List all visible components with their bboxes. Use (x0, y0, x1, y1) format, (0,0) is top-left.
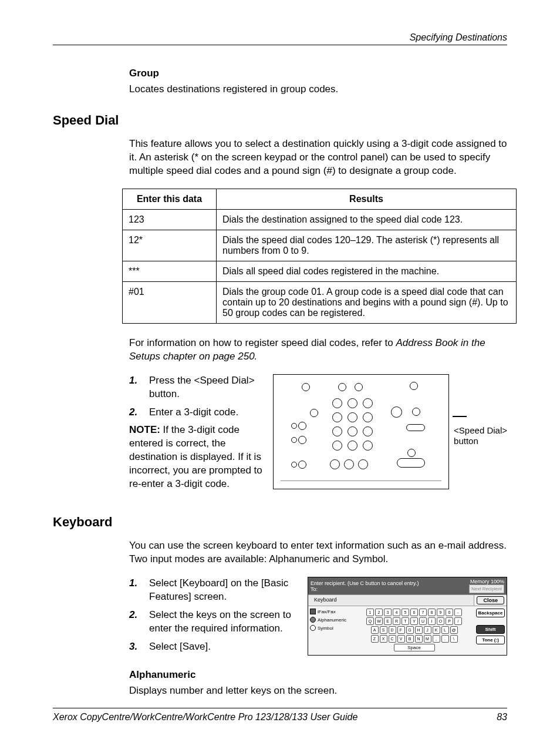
mode-ifax[interactable]: iFax/Fax (310, 609, 352, 614)
mode-label: Symbol (318, 626, 333, 631)
key[interactable]: S (380, 626, 387, 634)
speed-dial-callout: <Speed Dial> button (453, 425, 507, 448)
kbd-step-2: 2. Select the keys on the screen to ente… (129, 609, 302, 636)
step-number: 3. (129, 640, 149, 654)
kbd-step-1: 1. Select [Keyboard] on the [Basic Featu… (129, 577, 302, 604)
key[interactable]: , (433, 635, 440, 643)
key[interactable]: C (389, 635, 396, 643)
key[interactable]: E (384, 617, 392, 625)
keyboard-tab[interactable]: Keyboard (308, 595, 474, 606)
group-text: Locates destinations registered in group… (129, 83, 507, 96)
key[interactable]: R (393, 617, 400, 625)
key[interactable]: 7 (419, 609, 427, 616)
keyboard-heading: Keyboard (53, 515, 507, 530)
table-row: *** Dials all speed dial codes registere… (123, 261, 517, 281)
key[interactable]: H (415, 626, 423, 634)
kbd-step-3: 3. Select [Save]. (129, 640, 302, 654)
key[interactable]: @ (450, 626, 458, 634)
key[interactable]: 9 (437, 609, 444, 616)
key[interactable]: O (437, 617, 444, 625)
mode-alphanumeric[interactable]: Alphanumeric (310, 617, 352, 623)
next-recipient-button[interactable]: Next Recipient (469, 584, 504, 593)
table-header-results: Results (217, 189, 517, 209)
step-number: 1. (129, 374, 149, 401)
key[interactable]: / (454, 617, 462, 625)
tone-button[interactable]: Tone (:) (476, 636, 505, 644)
key[interactable]: Z (371, 635, 379, 643)
key[interactable]: N (415, 635, 423, 643)
step-text: Enter a 3-digit code. (149, 406, 238, 419)
keyboard-screenshot: Enter recipient. (Use C button to cancel… (308, 577, 507, 656)
key[interactable]: K (433, 626, 440, 634)
mode-symbol[interactable]: Symbol (310, 625, 352, 631)
group-heading: Group (129, 68, 507, 79)
key[interactable]: 2 (375, 609, 383, 616)
key[interactable]: - (454, 609, 462, 616)
key[interactable]: M (424, 635, 431, 643)
key[interactable]: T (402, 617, 409, 625)
key[interactable]: P (446, 617, 453, 625)
kbd-prompt: Enter recipient. (Use C button to cancel… (311, 580, 419, 586)
key[interactable]: Q (366, 617, 374, 625)
step-text: Press the <Speed Dial> button. (149, 374, 267, 401)
step-number: 2. (129, 609, 149, 636)
cell-result: Dials all speed dial codes registered in… (217, 261, 517, 281)
footer-title: Xerox CopyCentre/WorkCentre/WorkCentre P… (53, 712, 357, 723)
callout-line (453, 416, 467, 417)
running-header: Specifying Destinations (53, 32, 507, 43)
backspace-button[interactable]: Backspace (476, 609, 505, 617)
table-row: 123 Dials the destination assigned to th… (123, 209, 517, 230)
key[interactable]: 5 (402, 609, 409, 616)
key[interactable]: 0 (446, 609, 453, 616)
key[interactable]: L (441, 626, 449, 634)
page-footer: Xerox CopyCentre/WorkCentre/WorkCentre P… (53, 708, 507, 723)
key[interactable]: Y (410, 617, 418, 625)
mode-label: iFax/Fax (318, 609, 336, 614)
key[interactable]: J (424, 626, 431, 634)
key[interactable]: 3 (384, 609, 392, 616)
cell-data: 12* (123, 230, 217, 261)
step-text: Select [Save]. (149, 640, 211, 654)
cell-data: #01 (123, 281, 217, 323)
key[interactable]: \ (450, 635, 458, 643)
step-number: 1. (129, 577, 149, 604)
key[interactable]: 6 (410, 609, 418, 616)
key[interactable]: 1 (366, 609, 374, 616)
keyboard-intro: You can use the screen keyboard to enter… (129, 539, 507, 566)
ref-prefix: For information on how to register speed… (129, 337, 396, 348)
close-button[interactable]: Close (477, 596, 504, 604)
step-2: 2. Enter a 3-digit code. (129, 406, 267, 419)
key[interactable]: . (441, 635, 449, 643)
kbd-memory: Memory 100% (469, 579, 504, 584)
key[interactable]: V (397, 635, 405, 643)
cell-result: Dials the group code 01. A group code is… (217, 281, 517, 323)
key[interactable]: 4 (393, 609, 400, 616)
table-row: #01 Dials the group code 01. A group cod… (123, 281, 517, 323)
key[interactable]: B (406, 635, 414, 643)
step-1: 1. Press the <Speed Dial> button. (129, 374, 267, 401)
alphanumeric-heading: Alphanumeric (129, 669, 507, 681)
key[interactable]: I (428, 617, 436, 625)
cell-data: 123 (123, 209, 217, 230)
speed-dial-note: NOTE: If the 3-digit code entered is cor… (129, 424, 267, 491)
key[interactable]: X (380, 635, 387, 643)
step-text: Select the keys on the screen to enter t… (149, 609, 302, 636)
step-number: 2. (129, 406, 149, 419)
key[interactable]: G (406, 626, 414, 634)
table-row: 12* Dials the speed dial codes 120–129. … (123, 230, 517, 261)
key[interactable]: D (389, 626, 396, 634)
speed-dial-heading: Speed Dial (53, 113, 507, 128)
speed-dial-ref: For information on how to register speed… (129, 337, 507, 364)
cell-result: Dials the speed dial codes 120–129. The … (217, 230, 517, 261)
alphanumeric-text: Displays number and letter keys on the s… (129, 684, 507, 698)
control-panel-illustration: <Speed Dial> button (273, 374, 507, 489)
key[interactable]: 8 (428, 609, 436, 616)
key[interactable]: W (375, 617, 383, 625)
key[interactable]: F (397, 626, 405, 634)
space-key[interactable]: Space (394, 644, 435, 651)
key[interactable]: A (371, 626, 379, 634)
radio-icon (310, 617, 316, 623)
key[interactable]: U (419, 617, 427, 625)
speed-dial-table: Enter this data Results 123 Dials the de… (122, 189, 517, 324)
shift-button[interactable]: Shift (476, 625, 505, 634)
